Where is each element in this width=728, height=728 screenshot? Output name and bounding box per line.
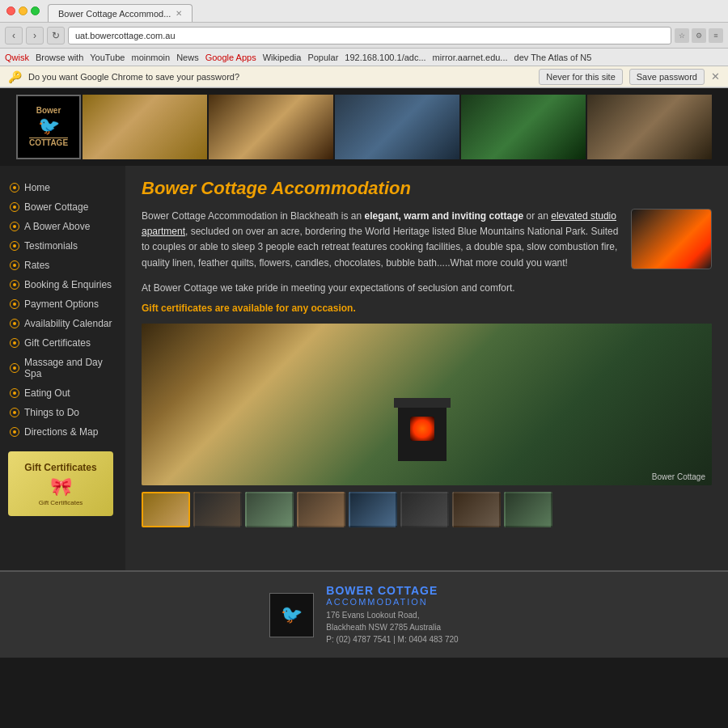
bookmark-local-ip[interactable]: 192.168.100.1/adc... <box>345 53 425 62</box>
bookmark-qwisk[interactable]: Qwisk <box>5 53 29 62</box>
bookmark-dev[interactable]: dev The Atlas of N5 <box>514 53 592 62</box>
bookmark-browse[interactable]: Browse with <box>36 53 83 62</box>
nav-item-booking[interactable]: Booking & Enquiries <box>0 275 125 294</box>
never-save-button[interactable]: Never for this site <box>539 69 623 85</box>
bookmark-moinmoin[interactable]: moinmoin <box>131 53 170 62</box>
header-photo-5 <box>587 95 712 159</box>
nav-label-gift-certs: Gift Certificates <box>24 337 91 349</box>
save-password-button[interactable]: Save password <box>629 69 705 85</box>
tab-close-button[interactable]: ✕ <box>176 9 182 18</box>
thumbnail-1[interactable] <box>142 492 190 527</box>
nav-item-payment[interactable]: Payment Options <box>0 294 125 314</box>
nav-label-a-bower-above: A Bower Above <box>24 221 90 232</box>
nav-label-home: Home <box>24 182 50 193</box>
footer-info: BOWER COTTAGE ACCOMMODATION 176 Evans Lo… <box>326 584 458 645</box>
back-button[interactable]: ‹ <box>5 27 23 44</box>
minimize-window-button[interactable] <box>19 6 28 15</box>
nav-icon-a-bower-above <box>10 222 19 231</box>
nav-item-gift-certs[interactable]: Gift Certificates <box>0 333 125 353</box>
bookmark-youtube[interactable]: YouTube <box>90 53 125 62</box>
thumbnail-2[interactable] <box>193 492 242 527</box>
nav-label-rates: Rates <box>24 260 49 271</box>
traffic-lights <box>6 6 40 15</box>
intro-text-end: , secluded on over an acre, bordering th… <box>142 226 618 268</box>
tab-bar: Bower Cottage Accommod... ✕ <box>48 0 193 22</box>
wrench-icon[interactable]: ⚙ <box>692 28 706 43</box>
active-tab[interactable]: Bower Cottage Accommod... ✕ <box>48 4 193 22</box>
nav-item-directions[interactable]: Directions & Map <box>0 422 125 442</box>
nav-item-massage[interactable]: Massage and Day Spa <box>0 353 125 383</box>
nav-item-rates[interactable]: Rates <box>0 256 125 275</box>
nav-item-things[interactable]: Things to Do <box>0 403 125 422</box>
header-photo-1 <box>83 95 207 159</box>
nav-icon-directions <box>10 427 19 437</box>
nav-label-testimonials: Testimonials <box>24 240 78 252</box>
toolbar-icons: ☆ ⚙ ≡ <box>675 28 723 43</box>
header-photo-4 <box>461 95 586 159</box>
nav-label-availability: Availability Calendar <box>24 318 112 329</box>
thumbnail-6[interactable] <box>400 492 449 527</box>
pride-text: At Bower Cottage we take pride in meetin… <box>142 281 712 296</box>
nav-item-home[interactable]: Home <box>0 178 125 197</box>
nav-icon-massage <box>10 363 19 373</box>
wood-stove <box>398 404 447 461</box>
intro-paragraph: Bower Cottage Accommodation in Blackheat… <box>142 209 621 271</box>
address-bar[interactable] <box>68 27 671 44</box>
bookmark-popular[interactable]: Popular <box>307 53 338 62</box>
website-content: Bower 🐦 COTTAGE Home Bower Cottage <box>0 88 728 658</box>
footer-brand-1: BOWER COTTAGE <box>326 584 458 597</box>
site-header: Bower 🐦 COTTAGE <box>0 88 728 166</box>
forward-button[interactable]: › <box>26 27 44 44</box>
nav-icon-payment <box>10 299 19 309</box>
sidebar-gift-cert-image[interactable]: Gift Certificates 🎀 Gift Certificates <box>8 451 113 516</box>
key-icon: 🔑 <box>8 70 22 83</box>
intro-text-mid: or an <box>523 210 551 222</box>
bookmark-news[interactable]: News <box>176 53 199 62</box>
nav-item-eating[interactable]: Eating Out <box>0 383 125 403</box>
bookmark-wikipedia[interactable]: Wikipedia <box>263 53 302 62</box>
nav-label-directions: Directions & Map <box>24 426 98 438</box>
footer-bird-icon: 🐦 <box>281 604 303 625</box>
thumbnail-7[interactable] <box>452 492 501 527</box>
nav-icon-availability <box>10 319 19 328</box>
bookmark-google-apps[interactable]: Google Apps <box>205 53 256 62</box>
browser-titlebar: Bower Cottage Accommod... ✕ <box>0 0 728 23</box>
gift-cert-image-title: Gift Certificates <box>24 462 96 473</box>
footer-brand-2: ACCOMMODATION <box>326 597 458 607</box>
thumbnail-8[interactable] <box>504 492 552 527</box>
bookmark-mirror[interactable]: mirror.aarnet.edu... <box>433 53 508 62</box>
star-icon[interactable]: ☆ <box>675 28 689 43</box>
menu-icon[interactable]: ≡ <box>709 28 723 43</box>
nav-icon-bower-cottage <box>10 202 19 212</box>
reload-button[interactable]: ↻ <box>47 27 65 44</box>
intro-bold-text: elegant, warm and inviting cottage <box>364 210 523 222</box>
nav-icon-gift-certs <box>10 338 19 348</box>
footer-logo: 🐦 <box>269 593 314 637</box>
nav-label-things: Things to Do <box>24 407 79 418</box>
nav-item-bower-cottage[interactable]: Bower Cottage <box>0 197 125 217</box>
nav-icon-home <box>10 183 19 193</box>
page-title: Bower Cottage Accommodation <box>142 178 712 199</box>
nav-icon-testimonials <box>10 241 19 251</box>
maximize-window-button[interactable] <box>31 6 40 15</box>
stove-top <box>394 398 451 408</box>
intro-text-start: Bower Cottage Accommodation in Blackheat… <box>142 210 364 222</box>
close-window-button[interactable] <box>6 6 15 15</box>
nav-label-booking: Booking & Enquiries <box>24 279 112 290</box>
sidebar: Home Bower Cottage A Bower Above Testimo… <box>0 166 125 570</box>
footer-address: 176 Evans Lookout Road, Blackheath NSW 2… <box>326 609 458 645</box>
stove-window <box>410 417 434 441</box>
nav-item-a-bower-above[interactable]: A Bower Above <box>0 217 125 236</box>
nav-icon-things <box>10 408 19 417</box>
nav-item-testimonials[interactable]: Testimonials <box>0 236 125 256</box>
nav-label-payment: Payment Options <box>24 298 99 310</box>
fireplace-image <box>631 209 712 269</box>
thumbnail-3[interactable] <box>245 492 294 527</box>
dismiss-password-bar-button[interactable]: ✕ <box>711 70 720 83</box>
site-logo[interactable]: Bower 🐦 COTTAGE <box>16 95 81 159</box>
thumbnail-5[interactable] <box>349 492 397 527</box>
nav-label-eating: Eating Out <box>24 387 70 399</box>
main-cottage-photo: Bower Cottage <box>142 324 712 485</box>
nav-item-availability[interactable]: Availability Calendar <box>0 314 125 333</box>
thumbnail-4[interactable] <box>297 492 345 527</box>
